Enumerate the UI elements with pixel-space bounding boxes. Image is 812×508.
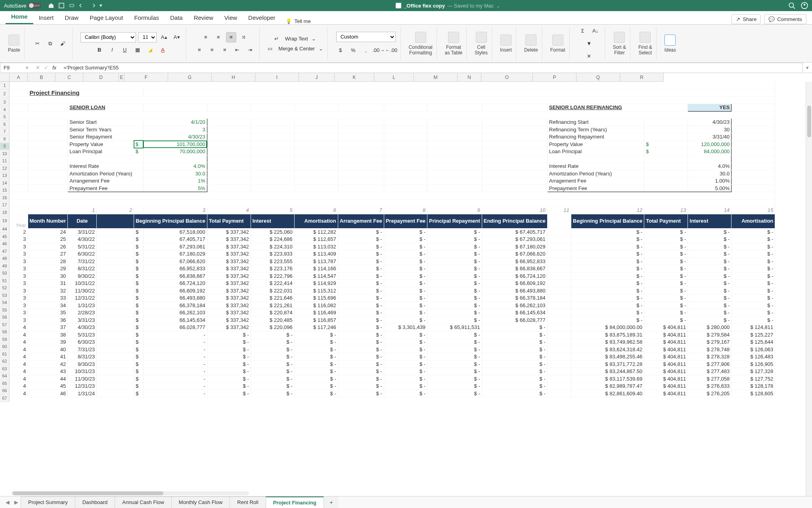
new-sheet-button[interactable]: ＋: [324, 496, 339, 508]
row-header-11[interactable]: 11: [0, 158, 10, 165]
sort-az-icon[interactable]: A↓: [590, 26, 601, 36]
ideas-button[interactable]: Ideas: [665, 35, 676, 53]
align-top-icon[interactable]: ≡: [201, 32, 211, 42]
row-header-6[interactable]: 6: [0, 121, 10, 128]
col-header-F[interactable]: F: [124, 73, 168, 82]
col-header-M[interactable]: M: [414, 73, 458, 82]
row-header-19[interactable]: 19: [0, 216, 10, 226]
row-header-47[interactable]: 47: [0, 248, 10, 255]
align-bottom-icon[interactable]: ≡: [226, 32, 236, 42]
row-header-53[interactable]: 53: [0, 292, 10, 299]
row-header-8[interactable]: 8: [0, 135, 10, 143]
row-header-66[interactable]: 66: [0, 387, 10, 395]
share-button[interactable]: ↗Share: [732, 14, 761, 24]
expand-formula-icon[interactable]: ▾: [803, 65, 812, 71]
row-header-46[interactable]: 46: [0, 241, 10, 248]
decrease-font-icon[interactable]: A▾: [172, 32, 182, 42]
redo-icon[interactable]: [89, 2, 96, 9]
fill-color-icon[interactable]: ◢: [145, 45, 155, 55]
increase-font-icon[interactable]: A▴: [159, 32, 169, 42]
home-icon[interactable]: [48, 2, 54, 9]
format-painter-icon[interactable]: 🖌: [58, 38, 68, 49]
row-header-50[interactable]: 50: [0, 270, 10, 277]
tab-insert[interactable]: Insert: [33, 12, 59, 24]
align-middle-icon[interactable]: ≡: [213, 32, 224, 42]
row-header-60[interactable]: 60: [0, 343, 10, 351]
col-header-D[interactable]: D: [83, 73, 119, 82]
autosum-icon[interactable]: Σ: [578, 26, 588, 36]
fx-icon[interactable]: fx: [52, 65, 56, 71]
increase-indent-icon[interactable]: ⇥: [245, 45, 255, 55]
col-header-E[interactable]: E: [119, 73, 124, 82]
comma-icon[interactable]: ,: [361, 45, 371, 56]
horizontal-scrollbar[interactable]: [11, 491, 249, 495]
print-icon[interactable]: [69, 2, 75, 9]
tab-review[interactable]: Review: [188, 12, 219, 24]
tab-formulas[interactable]: Formulas: [128, 12, 165, 24]
decrease-decimal-icon[interactable]: ←.00: [386, 45, 396, 56]
row-header-56[interactable]: 56: [0, 314, 10, 321]
sheet-cells[interactable]: Project FinancingSENIOR LOANSENIOR LOAN …: [10, 82, 806, 496]
cancel-formula-icon[interactable]: ✕: [36, 65, 40, 71]
bold-button[interactable]: B: [94, 45, 105, 55]
cut-icon[interactable]: ✂: [33, 38, 43, 49]
sheet-tab-project-summary[interactable]: Project Summary: [21, 496, 75, 508]
orientation-icon[interactable]: ⤭: [239, 32, 249, 42]
tab-page-layout[interactable]: Page Layout: [84, 12, 128, 24]
font-size-select[interactable]: 11: [138, 32, 157, 42]
col-header-G[interactable]: G: [168, 73, 212, 82]
row-header-59[interactable]: 59: [0, 336, 10, 343]
row-header-44[interactable]: 44: [0, 226, 10, 233]
percent-icon[interactable]: %: [348, 45, 358, 56]
user-icon[interactable]: [801, 2, 808, 9]
row-header-14[interactable]: 14: [0, 179, 10, 187]
underline-button[interactable]: U: [120, 45, 130, 55]
save-icon[interactable]: [58, 2, 65, 9]
tab-data[interactable]: Data: [165, 12, 188, 24]
undo-icon[interactable]: [79, 2, 85, 9]
title-chevron-icon[interactable]: ⌄: [496, 3, 500, 9]
row-header-2[interactable]: 2: [0, 89, 10, 99]
row-header-49[interactable]: 49: [0, 262, 10, 270]
align-center-icon[interactable]: ≡: [207, 45, 217, 55]
formula-input[interactable]: ='Project Summary'!E55: [60, 63, 803, 73]
row-header-7[interactable]: 7: [0, 128, 10, 136]
row-header-4[interactable]: 4: [0, 106, 10, 114]
name-box[interactable]: F9▾: [0, 63, 32, 73]
sheet-tab-monthly-cash-flow[interactable]: Monthly Cash Flow: [171, 496, 230, 508]
row-header-1[interactable]: 1: [0, 82, 10, 89]
comments-button[interactable]: 💬Comments: [764, 14, 806, 24]
row-header-62[interactable]: 62: [0, 358, 10, 366]
format-as-table-button[interactable]: Format as Table: [445, 32, 462, 56]
format-cells-button[interactable]: Format: [550, 35, 565, 53]
row-header-5[interactable]: 5: [0, 114, 10, 121]
col-header-H[interactable]: H: [212, 73, 255, 82]
col-header-L[interactable]: L: [374, 73, 414, 82]
number-format-select[interactable]: Custom: [336, 32, 396, 42]
col-header-K[interactable]: K: [335, 73, 374, 82]
row-header-55[interactable]: 55: [0, 306, 10, 314]
vertical-scrollbar[interactable]: [806, 82, 812, 496]
currency-icon[interactable]: $: [335, 45, 346, 56]
find-select-button[interactable]: Find & Select: [638, 32, 652, 56]
fill-down-icon[interactable]: ▼: [584, 38, 594, 49]
font-color-icon[interactable]: A: [158, 45, 168, 55]
row-header-9[interactable]: 9: [0, 143, 10, 150]
tab-draw[interactable]: Draw: [59, 12, 84, 24]
row-header-17[interactable]: 17: [0, 202, 10, 209]
conditional-formatting-button[interactable]: Conditional Formatting: [409, 32, 433, 56]
row-header-63[interactable]: 63: [0, 365, 10, 373]
col-header-B[interactable]: B: [28, 73, 56, 82]
row-header-10[interactable]: 10: [0, 150, 10, 158]
italic-button[interactable]: I: [107, 45, 117, 55]
tab-developer[interactable]: Developer: [243, 12, 281, 24]
row-headers[interactable]: 1234567891011121314151617181944454647484…: [0, 82, 10, 496]
sheet-nav-prev-icon[interactable]: ◀: [3, 499, 12, 505]
row-header-48[interactable]: 48: [0, 255, 10, 263]
decrease-indent-icon[interactable]: ⇤: [232, 45, 243, 55]
row-header-58[interactable]: 58: [0, 329, 10, 336]
col-header-I[interactable]: I: [255, 73, 299, 82]
delete-cells-button[interactable]: Delete: [524, 35, 538, 53]
increase-decimal-icon[interactable]: .00→: [373, 45, 384, 56]
col-header-C[interactable]: C: [56, 73, 83, 82]
